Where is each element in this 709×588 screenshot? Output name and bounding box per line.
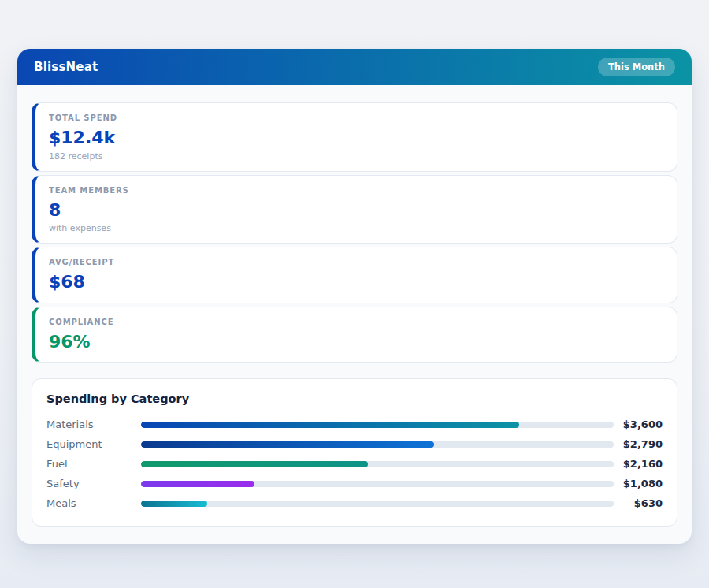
stat-value: $12.4k [49, 127, 663, 149]
bar-fill [141, 422, 519, 428]
bar-row-meals: Meals $630 [46, 493, 663, 513]
stat-label: TEAM MEMBERS [49, 186, 663, 195]
bar-value-label: $630 [614, 497, 663, 509]
stat-value: 96% [49, 331, 663, 353]
spending-by-category-card: Spending by Category Materials $3,600 Eq… [32, 378, 677, 527]
bar-track [141, 501, 614, 507]
stat-card-avg-receipt: AVG/RECEIPT $68 [32, 247, 677, 303]
bar-category-label: Safety [46, 478, 141, 489]
bar-value-label: $3,600 [614, 419, 663, 430]
dashboard-panel: BlissNeat This Month TOTAL SPEND $12.4k … [17, 49, 692, 544]
bar-fill [141, 461, 368, 467]
bar-value-label: $2,160 [614, 458, 663, 470]
bar-row-fuel: Fuel $2,160 [46, 454, 663, 474]
bar-track [141, 441, 614, 448]
stat-label: AVG/RECEIPT [49, 258, 663, 266]
stat-value: 8 [49, 199, 663, 221]
bar-track [141, 422, 614, 428]
bar-fill [141, 481, 254, 487]
stat-card-team-members: TEAM MEMBERS 8 with expenses [32, 175, 677, 244]
chart-title: Spending by Category [46, 393, 663, 405]
bar-category-label: Fuel [46, 458, 141, 470]
bar-track [141, 461, 614, 467]
stats-section: TOTAL SPEND $12.4k 182 receipts TEAM MEM… [17, 85, 692, 363]
bar-fill [141, 501, 207, 507]
stat-card-total-spend: TOTAL SPEND $12.4k 182 receipts [32, 102, 677, 172]
period-badge[interactable]: This Month [598, 58, 675, 76]
stat-value: $68 [49, 271, 663, 293]
bar-value-label: $1,080 [614, 478, 663, 489]
bar-track [141, 481, 614, 487]
stat-card-compliance: COMPLIANCE 96% [32, 307, 677, 363]
bar-category-label: Meals [46, 497, 141, 509]
bar-category-label: Materials [46, 419, 141, 430]
stat-subtext: with expenses [49, 223, 663, 233]
stat-label: TOTAL SPEND [49, 114, 663, 122]
app-title: BlissNeat [34, 60, 98, 74]
bar-row-safety: Safety $1,080 [46, 474, 663, 493]
app-header: BlissNeat This Month [17, 49, 692, 85]
bar-category-label: Equipment [46, 438, 141, 450]
bar-fill [141, 441, 434, 448]
bar-value-label: $2,790 [614, 438, 663, 450]
bar-row-materials: Materials $3,600 [46, 415, 663, 434]
stat-label: COMPLIANCE [49, 318, 663, 326]
stat-subtext: 182 receipts [49, 151, 663, 162]
bar-row-equipment: Equipment $2,790 [46, 434, 663, 454]
